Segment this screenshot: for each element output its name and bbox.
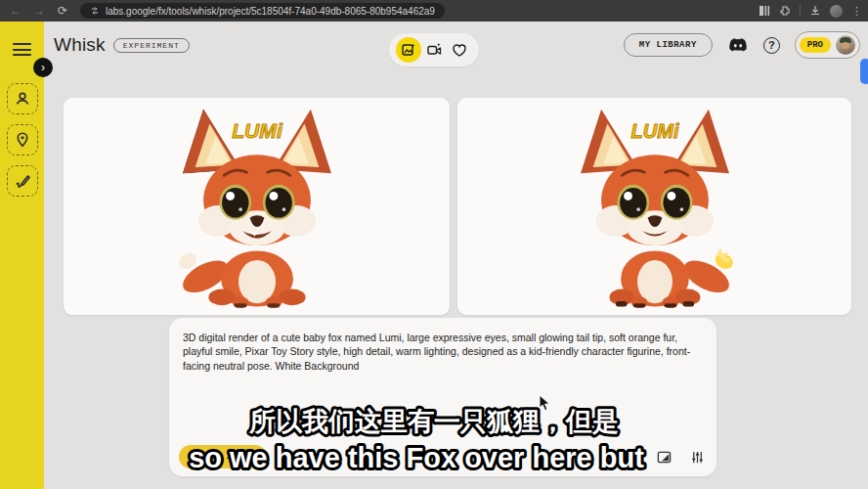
sidebar: › — [0, 22, 44, 489]
tune-settings-icon[interactable] — [690, 450, 705, 465]
generated-image-left[interactable]: LUMi — [64, 98, 450, 315]
favorites-button[interactable] — [447, 37, 472, 63]
aspect-ratio-icon[interactable] — [657, 450, 672, 465]
prompt-text[interactable]: 3D digital render of a cute baby fox nam… — [183, 331, 706, 373]
app-header: Whisk EXPERIMENT — [44, 22, 868, 68]
browser-menu-kebab-icon[interactable]: ⋮ — [851, 5, 862, 18]
add-image-label: ADD IMAGE — [204, 452, 253, 462]
heart-icon — [452, 43, 467, 58]
results-grid: LUMi — [64, 98, 851, 315]
url-text: labs.google/fx/tools/whisk/project/5c185… — [106, 6, 435, 17]
image-sparkle-icon — [401, 42, 416, 58]
fox-name-label: LUMi — [630, 120, 678, 142]
site-info-icon — [90, 6, 100, 16]
video-sparkle-icon — [426, 42, 443, 58]
download-icon[interactable] — [809, 5, 821, 17]
generated-image-right[interactable]: LUMi — [457, 98, 851, 315]
browser-forward-button[interactable]: → — [29, 2, 49, 20]
sidebar-item-scene[interactable] — [7, 124, 38, 156]
sidebar-expand-button[interactable]: › — [33, 58, 53, 77]
style-pen-icon — [14, 172, 31, 190]
experiment-badge: EXPERIMENT — [113, 38, 190, 53]
tab-groups-icon[interactable] — [759, 5, 770, 17]
address-bar[interactable]: labs.google/fx/tools/whisk/project/5c185… — [80, 3, 445, 19]
browser-toolbar: ← → ⟳ labs.google/fx/tools/whisk/project… — [0, 0, 868, 22]
fox-name-label: LUMi — [232, 119, 283, 142]
prompt-card: 3D digital render of a cute baby fox nam… — [169, 318, 716, 476]
help-button[interactable]: ? — [763, 37, 780, 54]
browser-back-button[interactable]: ← — [6, 2, 25, 20]
fox-illustration-left: LUMi — [164, 103, 350, 310]
pro-badge: PRO — [800, 37, 831, 53]
app-title: Whisk — [54, 34, 106, 56]
person-icon — [14, 90, 31, 108]
menu-hamburger-icon[interactable] — [13, 43, 31, 56]
extensions-icon[interactable] — [779, 5, 791, 17]
fox-illustration-right: LUMi — [562, 103, 748, 310]
feedback-edge-tab[interactable] — [860, 59, 868, 84]
account-pill[interactable]: PRO — [795, 31, 860, 59]
location-pin-icon — [14, 131, 31, 149]
help-glyph: ? — [768, 39, 775, 51]
mode-toolbar — [389, 33, 479, 67]
video-mode-button[interactable] — [421, 37, 447, 63]
discord-icon[interactable] — [727, 37, 749, 54]
sidebar-item-style[interactable] — [7, 165, 38, 197]
browser-reload-button[interactable]: ⟳ — [53, 2, 72, 20]
user-avatar — [836, 35, 855, 55]
my-library-button[interactable]: MY LIBRARY — [624, 33, 713, 57]
toolbar-divider — [800, 5, 801, 17]
whisk-app-screen: ← → ⟳ labs.google/fx/tools/whisk/project… — [0, 0, 868, 489]
add-image-button[interactable]: › ADD IMAGE — [179, 445, 267, 468]
browser-profile-avatar[interactable] — [830, 5, 843, 18]
sidebar-item-subject[interactable] — [7, 83, 38, 114]
chevron-right-icon: › — [192, 451, 198, 463]
image-mode-button[interactable] — [396, 37, 421, 63]
